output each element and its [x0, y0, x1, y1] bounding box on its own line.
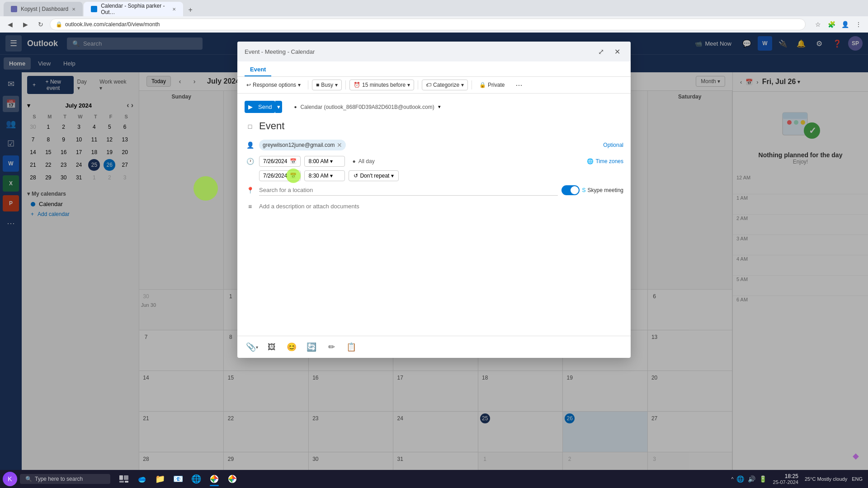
network-icon[interactable]: 🌐 — [736, 475, 744, 483]
toolbar-sep-4 — [472, 80, 472, 89]
busy-dropdown[interactable]: ■ Busy ▾ — [312, 80, 342, 90]
response-options-button[interactable]: ↩ Response options ▾ — [243, 80, 304, 90]
battery-icon[interactable]: 🔋 — [759, 475, 767, 483]
taskbar: 🔍 Type here to search 📁 📧 🌐 — [0, 470, 868, 488]
address-bar[interactable]: 🔒 outlook.live.com/calendar/0/view/month — [50, 19, 806, 30]
start-time-input[interactable]: 8:00 AM ▾ — [304, 156, 345, 167]
taskview-icon — [119, 475, 128, 483]
modal-body: ▶ Send ▾ ● Calendar (outlook_868F0D39A82… — [237, 94, 631, 336]
insert-image-button[interactable]: 🖼 — [264, 340, 279, 354]
clock-icon: ⏰ — [354, 82, 360, 88]
calendar-picker-icon: 📅 — [290, 158, 297, 164]
browser-chrome: Kopyst | Dashboard ✕ Calendar - Sophia p… — [0, 0, 868, 33]
bookmark-button[interactable]: ☆ — [812, 19, 824, 30]
repeat-chevron: ▾ — [391, 173, 394, 179]
outlook-taskbar-icon: 📧 — [173, 474, 183, 484]
clock-icon-end — [245, 170, 255, 181]
browser-actions: ☆ 🧩 👤 ⋮ — [812, 19, 864, 30]
clock-section[interactable]: 18:25 25-07-2024 — [773, 473, 798, 485]
skype-toggle-switch[interactable] — [561, 185, 580, 195]
profile-button[interactable]: 👤 — [839, 19, 851, 30]
extensions-button[interactable]: 🧩 — [826, 19, 837, 30]
refresh-button[interactable]: ↻ — [34, 18, 47, 31]
settings-button[interactable]: ⋮ — [853, 19, 864, 30]
edge2-button[interactable]: 🌐 — [188, 471, 204, 487]
language-indicator[interactable]: ENG — [852, 476, 863, 482]
show-hidden-icons[interactable]: ^ — [731, 476, 733, 482]
categorize-chevron: ▾ — [461, 82, 464, 88]
modal-footer: 📎 ▾ 🖼 😊 🔄 ✏ 📋 — [237, 336, 631, 358]
attach-dropdown[interactable]: ▾ — [256, 345, 258, 350]
browser-tab-kopyst[interactable]: Kopyst | Dashboard ✕ — [4, 2, 83, 16]
send-button[interactable]: ▶ Send — [245, 101, 275, 113]
private-button[interactable]: 🔒 Private — [476, 80, 508, 90]
attendee-chip[interactable]: greywilson12june@gmail.com ✕ — [259, 140, 346, 150]
taskbar-date: 25-07-2024 — [773, 479, 798, 485]
volume-icon[interactable]: 🔊 — [748, 475, 755, 483]
event-tab[interactable]: Event — [245, 63, 271, 76]
time-chevron: ▾ — [330, 158, 333, 164]
event-form: ▶ Send ▾ ● Calendar (outlook_868F0D39A82… — [237, 94, 631, 336]
weather-widget[interactable]: 25°C Mostly cloudy — [805, 476, 847, 482]
folder-icon: 📁 — [155, 474, 165, 484]
description-input[interactable] — [259, 201, 623, 291]
taskbar-apps: 📁 📧 🌐 — [116, 471, 241, 487]
attach-file-button[interactable]: 📎 ▾ — [245, 340, 259, 354]
response-chevron: ▾ — [298, 82, 301, 88]
calendar-chevron[interactable]: ▾ — [438, 104, 441, 110]
taskbar-search[interactable]: 🔍 Type here to search — [20, 474, 110, 484]
loop-button[interactable]: 🔄 — [304, 340, 319, 354]
svg-rect-14 — [125, 481, 128, 483]
chrome-button[interactable] — [206, 471, 222, 487]
end-time-input[interactable]: 8:30 AM ▾ — [304, 170, 345, 181]
taskview-button[interactable] — [116, 471, 132, 487]
calendar-tab-close[interactable]: ✕ — [172, 7, 176, 12]
loop-icon: 🔄 — [307, 342, 316, 352]
kopyst-tab-close[interactable]: ✕ — [72, 7, 75, 12]
all-day-toggle[interactable]: ● All day — [352, 158, 374, 164]
draw-button[interactable]: ✏ — [324, 340, 339, 354]
timezone-link[interactable]: 🌐 Time zones — [587, 158, 623, 164]
tag-icon: 🏷 — [426, 82, 431, 88]
file-explorer-button[interactable]: 📁 — [152, 471, 168, 487]
modal-overlay: Event - Meeting - Calendar ⤢ ✕ Event ↩ R… — [0, 33, 868, 488]
outlook-taskbar-button[interactable]: 📧 — [170, 471, 186, 487]
location-input[interactable] — [259, 185, 558, 196]
end-date-input[interactable]: 7/26/2024 📅 — [259, 170, 301, 181]
emoji-button[interactable]: 😊 — [284, 340, 299, 354]
back-button[interactable]: ◀ — [4, 18, 16, 31]
optional-link[interactable]: Optional — [603, 142, 623, 148]
forms-icon: 📋 — [346, 342, 356, 352]
remove-attendee-button[interactable]: ✕ — [337, 141, 342, 149]
taskbar-search-icon: 🔍 — [25, 476, 32, 482]
toggle-knob — [571, 186, 579, 194]
new-tab-button[interactable]: + — [184, 4, 197, 16]
event-title-input[interactable] — [259, 118, 623, 134]
more-options-button[interactable]: ··· — [512, 80, 526, 90]
categorize-dropdown[interactable]: 🏷 Categorize ▾ — [422, 80, 468, 90]
kopyst-tab-label: Kopyst | Dashboard — [21, 6, 68, 12]
send-dropdown-button[interactable]: ▾ — [275, 101, 282, 113]
browser-tabs: Kopyst | Dashboard ✕ Calendar - Sophia p… — [0, 0, 868, 16]
taskbar-search-placeholder: Type here to search — [35, 476, 83, 482]
skype-toggle: S Skype meeting — [561, 185, 623, 195]
kopyst-app-icon[interactable]: K — [3, 472, 17, 486]
calendar-tab-label: Calendar - Sophia parker - Out… — [101, 3, 169, 15]
reminder-dropdown[interactable]: ⏰ 15 minutes before ▾ — [349, 80, 414, 90]
modal-tabs: Event — [237, 61, 631, 77]
chrome2-button[interactable] — [224, 471, 241, 487]
repeat-button[interactable]: ↺ Don't repeat ▾ — [349, 170, 399, 181]
browser-tab-calendar[interactable]: Calendar - Sophia parker - Out… ✕ — [84, 2, 183, 16]
modal-close-button[interactable]: ✕ — [611, 45, 623, 58]
calendar-label: Calendar (outlook_868F0D39A82D601B@outlo… — [300, 104, 434, 110]
busy-chevron: ▾ — [335, 82, 338, 88]
start-date-input[interactable]: 7/26/2024 📅 — [259, 156, 301, 167]
edge-button[interactable] — [134, 471, 150, 487]
forward-button[interactable]: ▶ — [19, 18, 32, 31]
send-icon: ▶ — [245, 103, 256, 110]
skype-icon: S — [582, 187, 586, 193]
forms-button[interactable]: 📋 — [344, 340, 359, 354]
modal-expand-button[interactable]: ⤢ — [594, 45, 607, 58]
description-row: ≡ ◆ — [245, 201, 623, 291]
busy-icon: ■ — [316, 82, 319, 88]
